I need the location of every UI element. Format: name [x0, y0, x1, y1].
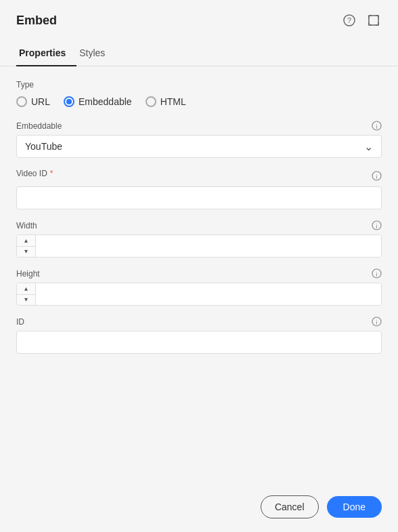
radio-html-label: HTML	[160, 96, 186, 107]
embeddable-header: Embeddable i	[16, 121, 382, 131]
embeddable-dropdown[interactable]: YouTube ⌄	[16, 135, 382, 158]
id-input[interactable]	[16, 331, 382, 354]
tab-properties[interactable]: Properties	[16, 39, 76, 66]
video-id-info-icon[interactable]: i	[372, 171, 382, 181]
embeddable-info-icon[interactable]: i	[372, 121, 382, 131]
height-label: Height	[16, 269, 40, 279]
radio-url-circle	[16, 96, 27, 107]
radio-html-circle	[146, 96, 156, 107]
radio-embeddable-circle	[64, 96, 74, 107]
id-label: ID	[16, 317, 24, 327]
svg-text:i: i	[376, 123, 378, 130]
svg-text:?: ?	[347, 16, 351, 24]
width-decrement-button[interactable]: ▾	[17, 247, 35, 258]
panel-content: Type URL Embeddable HTML Em	[0, 66, 398, 482]
height-stepper-btns: ▴ ▾	[17, 283, 36, 305]
height-info-icon[interactable]: i	[372, 268, 382, 279]
width-increment-button[interactable]: ▴	[17, 235, 35, 247]
video-id-label: Video ID *	[16, 169, 53, 178]
width-header: Width i	[16, 220, 382, 230]
video-id-input[interactable]	[16, 186, 382, 209]
height-decrement-button[interactable]: ▾	[17, 295, 35, 306]
embeddable-label: Embeddable	[16, 121, 62, 131]
radio-url[interactable]: URL	[16, 96, 50, 107]
width-info-icon[interactable]: i	[372, 220, 382, 230]
embed-panel: Embed ? Properties	[0, 0, 398, 532]
type-radio-group: URL Embeddable HTML	[16, 96, 382, 107]
svg-text:i: i	[376, 223, 378, 230]
height-header: Height i	[16, 268, 382, 279]
radio-embeddable-label: Embeddable	[79, 96, 132, 107]
embeddable-selected: YouTube	[17, 136, 381, 157]
width-label: Width	[16, 221, 37, 230]
height-stepper: ▴ ▾	[16, 283, 382, 306]
id-info-icon[interactable]: i	[372, 316, 382, 327]
type-section: Type URL Embeddable HTML	[16, 80, 382, 107]
tab-bar: Properties Styles	[0, 39, 398, 66]
radio-url-label: URL	[31, 96, 50, 107]
tab-styles[interactable]: Styles	[76, 39, 116, 66]
height-increment-button[interactable]: ▴	[17, 283, 35, 295]
panel-header: Embed ?	[0, 0, 398, 38]
id-header: ID i	[16, 316, 382, 327]
video-id-header: Video ID * i	[16, 169, 382, 182]
height-input[interactable]	[36, 283, 381, 305]
width-stepper: ▴ ▾	[16, 234, 382, 258]
radio-html[interactable]: HTML	[146, 96, 186, 107]
type-label: Type	[16, 80, 382, 89]
done-button[interactable]: Done	[327, 496, 382, 518]
video-id-section: Video ID * i	[16, 169, 382, 209]
help-icon[interactable]: ?	[341, 12, 357, 28]
height-section: Height i ▴ ▾	[16, 268, 382, 306]
cancel-button[interactable]: Cancel	[261, 495, 319, 518]
expand-icon[interactable]	[366, 12, 382, 28]
svg-rect-2	[369, 16, 378, 25]
id-section: ID i	[16, 316, 382, 354]
svg-text:i: i	[376, 173, 378, 180]
svg-text:i: i	[376, 271, 378, 278]
width-input[interactable]	[36, 235, 381, 257]
required-indicator: *	[50, 169, 53, 178]
width-stepper-btns: ▴ ▾	[17, 235, 36, 257]
panel-footer: Cancel Done	[0, 482, 398, 532]
radio-embeddable[interactable]: Embeddable	[64, 96, 132, 107]
svg-text:i: i	[376, 319, 378, 326]
header-icons: ?	[341, 12, 382, 28]
width-section: Width i ▴ ▾	[16, 220, 382, 258]
embeddable-section: Embeddable i YouTube ⌄	[16, 121, 382, 158]
panel-title: Embed	[16, 14, 57, 28]
